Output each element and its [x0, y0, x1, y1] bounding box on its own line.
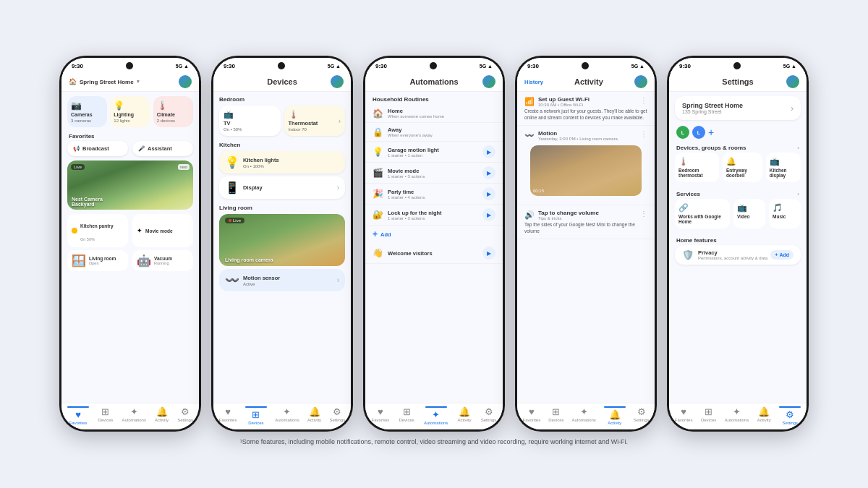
- lighting-label: Lighting: [114, 112, 134, 117]
- nav-activity-3[interactable]: 🔔 Activity: [457, 406, 471, 425]
- routine-home[interactable]: 🏠 Home When someone comes home: [365, 104, 503, 123]
- nav-settings-5[interactable]: ⚙ Settings: [779, 406, 801, 425]
- nav-devices-3[interactable]: ⊞ Devices: [399, 406, 414, 425]
- activity-guest-wifi[interactable]: 📶 Set up Guest Wi-Fi 10:30 AM • Office W…: [517, 92, 655, 126]
- nav-favorites-5[interactable]: ♥ Favorites: [675, 406, 693, 425]
- add-automation-row: + Add: [365, 226, 503, 243]
- nav-activity-4[interactable]: 🔔 Activity: [604, 406, 626, 425]
- movie-mode-btn[interactable]: ✦ Movie mode: [132, 214, 193, 247]
- cameras-tile[interactable]: 📷 Cameras 3 cameras: [67, 96, 107, 127]
- motion-menu[interactable]: ⋮: [640, 130, 647, 138]
- nav-favorites-1[interactable]: ♥ Favorites: [67, 406, 89, 425]
- motion-info: Motion sensor Active: [243, 275, 280, 286]
- cameras-sub: 3 cameras: [71, 119, 91, 123]
- nav-devices-4[interactable]: ⊞ Devices: [548, 406, 563, 425]
- nav-activity-2[interactable]: 🔔 Activity: [307, 406, 321, 425]
- kitchen-display-tile[interactable]: 📺 Kitchen display: [766, 153, 801, 182]
- kitchen-section: Kitchen 💡 Kitchen lights On • 100%: [213, 137, 351, 200]
- routine-garage-text: Garage motion light 1 starter • 1 action: [388, 147, 439, 158]
- vacuum-btn[interactable]: 🤖 Vacuum Running: [132, 250, 193, 271]
- nav-devices-5[interactable]: ⊞ Devices: [701, 406, 716, 425]
- play-lockup[interactable]: ▶: [482, 208, 495, 221]
- camera-preview[interactable]: Nest CameraBackyard Live nest: [67, 160, 193, 210]
- motion-sensor-device[interactable]: 〰️ Motion sensor Active ›: [219, 269, 345, 291]
- motion-icon: 〰️: [225, 273, 239, 287]
- signal-1: 5G ▲: [176, 64, 189, 69]
- routine-movie[interactable]: 🎬 Movie mode 1 starter • 3 actions ▶: [365, 163, 503, 184]
- add-member-btn[interactable]: +: [708, 127, 714, 138]
- nav-automations-3[interactable]: ✦ Automations: [424, 406, 448, 425]
- add-privacy-btn[interactable]: + Add: [770, 250, 793, 260]
- routine-welcome[interactable]: 👋 Welcome visitors ▶: [365, 243, 503, 264]
- history-link[interactable]: History: [524, 79, 543, 85]
- nav-automations-1[interactable]: ✦ Automations: [122, 406, 146, 425]
- display-name: Display: [243, 184, 263, 191]
- play-party[interactable]: ▶: [482, 187, 495, 200]
- lighting-tile[interactable]: 💡 Lighting 12 lights: [110, 96, 150, 127]
- automations-title: Automations: [386, 77, 482, 86]
- avatar-3[interactable]: [482, 75, 495, 88]
- favorites-label: Favorites: [61, 130, 199, 141]
- play-garage[interactable]: ▶: [482, 145, 495, 158]
- home-label[interactable]: 🏠 Spring Street Home ▾: [69, 78, 140, 85]
- avatar-2[interactable]: [331, 75, 344, 88]
- kitchen-lights-device[interactable]: 💡 Kitchen lights On • 100%: [219, 151, 345, 174]
- nav-settings-3[interactable]: ⚙ Settings: [481, 406, 497, 425]
- tv-device[interactable]: 📺 TV On • 50%: [219, 106, 281, 136]
- nav-indicator-3: [425, 406, 447, 408]
- activity-volume[interactable]: 🔊 Tap to change volume Tips & tricks ⋮ T…: [517, 205, 655, 239]
- broadcast-btn[interactable]: 📢 Broadcast: [67, 141, 128, 156]
- nav-devices-1[interactable]: ⊞ Devices: [98, 406, 113, 425]
- thermostat-device[interactable]: 🌡️ Thermostat Indoor 70 ›: [284, 106, 346, 136]
- avatar-1[interactable]: [179, 75, 192, 88]
- nav-favorites-3[interactable]: ♥ Favorites: [372, 406, 390, 425]
- avatar-4[interactable]: [634, 75, 647, 88]
- nav-automations-5[interactable]: ✦ Automations: [725, 406, 749, 425]
- routine-away[interactable]: 🔒 Away When everyone's away: [365, 123, 503, 142]
- nav-automations-4[interactable]: ✦ Automations: [571, 406, 595, 425]
- nav-automations-2[interactable]: ✦ Automations: [275, 406, 299, 425]
- shortcut-row-1: Kitchen pantry On 50% ✦ Movie mode: [61, 214, 199, 250]
- nav-favorites-4[interactable]: ♥ Favorites: [522, 406, 540, 425]
- bedroom-thermostat-tile[interactable]: 🌡️ Bedroom thermostat: [675, 153, 719, 182]
- routine-welcome-name: Welcome visitors: [388, 250, 433, 257]
- activity-motion[interactable]: 〰️ Motion Yesterday, 3:00 PM • Living ro…: [517, 126, 655, 205]
- kitchen-pantry-btn[interactable]: Kitchen pantry On 50%: [67, 214, 128, 247]
- play-welcome[interactable]: ▶: [482, 247, 495, 260]
- nav-devices-2[interactable]: ⊞ Devices: [245, 406, 267, 425]
- living-room-blinds-btn[interactable]: 🪟 Living room Open: [67, 250, 128, 271]
- living-room-camera-preview[interactable]: Live Living room camera: [219, 214, 345, 266]
- volume-menu[interactable]: ⋮: [640, 210, 647, 218]
- nav-favorites-2[interactable]: ♥ Favorites: [219, 406, 237, 425]
- nav-settings-4[interactable]: ⚙ Settings: [634, 406, 650, 425]
- nav-act-label-2: Activity: [307, 418, 321, 422]
- add-label[interactable]: Add: [380, 231, 391, 238]
- routine-lockup[interactable]: 🔐 Lock up for the night 1 starter • 3 ac…: [365, 205, 503, 226]
- nav-activity-5[interactable]: 🔔 Activity: [757, 406, 771, 425]
- assistant-btn[interactable]: 🎤 Assistant: [132, 141, 193, 156]
- chevron-icon: ▾: [137, 79, 140, 85]
- routine-lockup-text: Lock up for the night 1 starter • 3 acti…: [388, 210, 442, 221]
- play-movie[interactable]: ▶: [482, 166, 495, 179]
- motion-video-bg: 00:15: [530, 145, 642, 196]
- music-tile[interactable]: 🎵 Music: [769, 199, 801, 228]
- nav-automations-label: Automations: [122, 418, 146, 422]
- home-info-card[interactable]: Spring Street Home 135 Spring Street ›: [675, 96, 801, 120]
- nav-settings-2[interactable]: ⚙ Settings: [330, 406, 346, 425]
- entryway-doorbell-tile[interactable]: 🔔 Entryway doorbell: [723, 153, 762, 182]
- nav-activity-1[interactable]: 🔔 Activity: [155, 406, 169, 425]
- display-device[interactable]: 📱 Display ›: [219, 176, 345, 199]
- works-with-google-tile[interactable]: 🔗 Works with Google Home: [675, 199, 730, 228]
- motion-activity-icon: 〰️: [524, 131, 535, 140]
- video-tile[interactable]: 📺 Video: [733, 199, 765, 228]
- works-with-google-icon: 🔗: [678, 203, 689, 213]
- privacy-card[interactable]: 🛡️ Privacy Permissions, account activity…: [675, 245, 801, 265]
- routine-welcome-text: Welcome visitors: [388, 250, 433, 257]
- climate-tile[interactable]: 🌡️ Climate 2 devices: [153, 96, 193, 127]
- routine-garage[interactable]: 💡 Garage motion light 1 starter • 1 acti…: [365, 142, 503, 163]
- motion-video[interactable]: 00:15: [530, 145, 642, 196]
- avatar-5[interactable]: [786, 75, 799, 88]
- routine-party[interactable]: 🎉 Party time 1 starter • 4 actions ▶: [365, 184, 503, 205]
- guest-wifi-menu[interactable]: ⋮: [640, 96, 647, 104]
- nav-settings-1[interactable]: ⚙ Settings: [177, 406, 193, 425]
